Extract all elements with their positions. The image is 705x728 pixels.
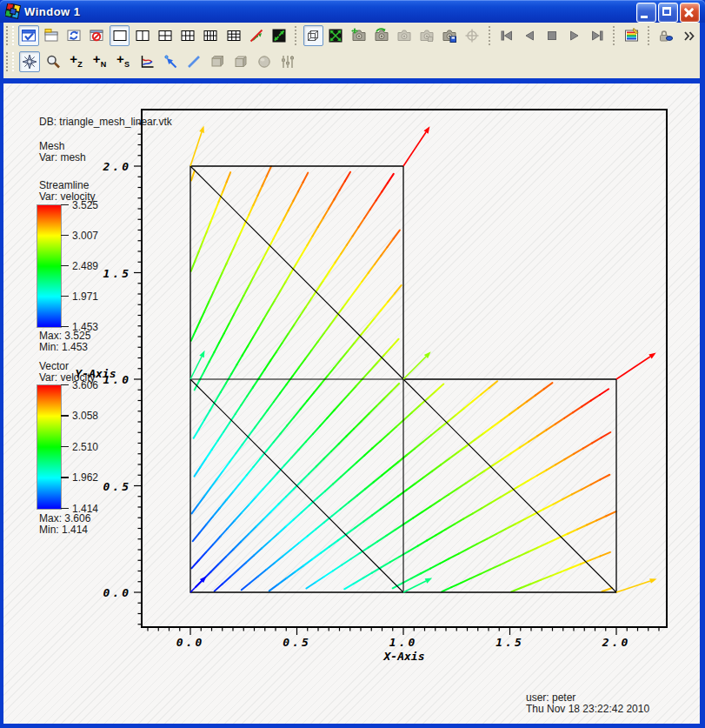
streamline-segment bbox=[502, 453, 510, 459]
timestamp-label: Thu Nov 18 23:22:42 2010 bbox=[526, 704, 649, 715]
streamline-segment bbox=[227, 521, 234, 529]
streamline-segment bbox=[210, 479, 216, 488]
streamline-segment bbox=[257, 186, 262, 196]
vector-glyph-shaft bbox=[616, 581, 650, 592]
layout-2x3-icon bbox=[180, 28, 196, 43]
node-pick-mode-button[interactable]: +N bbox=[90, 51, 110, 72]
tick-dash bbox=[61, 204, 69, 206]
streamline-segment bbox=[233, 484, 240, 491]
streamline-segment bbox=[215, 584, 223, 591]
sphere-tool-icon bbox=[256, 54, 272, 70]
vector-glyph-shaft bbox=[190, 357, 202, 379]
streamline-segment bbox=[306, 583, 315, 589]
layout-1x1-button[interactable] bbox=[110, 25, 130, 46]
play-reverse-button[interactable] bbox=[519, 25, 539, 46]
visualization-viewport[interactable]: 0.00.51.01.52.00.00.51.01.52.0X-AxisY-Ax… bbox=[3, 83, 700, 724]
streamline-segment bbox=[356, 282, 362, 291]
close-button[interactable] bbox=[680, 3, 700, 23]
curve-pick-button[interactable] bbox=[136, 51, 157, 72]
streamline-segment bbox=[467, 439, 476, 445]
crosshair-icon bbox=[464, 28, 480, 43]
pick-button[interactable] bbox=[160, 51, 181, 72]
streamline-segment bbox=[318, 333, 324, 342]
vector-glyph-shaft bbox=[190, 581, 202, 592]
streamline-segment bbox=[242, 584, 249, 591]
streamline-segment bbox=[259, 370, 265, 378]
zoom-z-mode-button[interactable]: +Z bbox=[66, 51, 87, 72]
streamline-segment bbox=[294, 409, 301, 417]
new-window-button[interactable] bbox=[42, 25, 62, 46]
play-button[interactable] bbox=[565, 25, 585, 46]
toolbar-overflow-button[interactable] bbox=[678, 25, 698, 46]
layout-2x3-button[interactable] bbox=[178, 25, 198, 46]
streamline-segment bbox=[246, 556, 254, 563]
active-window-toggle[interactable] bbox=[18, 25, 38, 46]
titlebar[interactable]: Window 1 bbox=[0, 0, 705, 23]
streamline-segment bbox=[456, 408, 464, 415]
streamline-segment bbox=[376, 191, 382, 200]
spin-view-icon bbox=[271, 28, 287, 43]
streamline-segment bbox=[561, 568, 570, 572]
stop-button[interactable] bbox=[542, 25, 562, 46]
streamline-segment bbox=[349, 463, 356, 470]
zone-pick-mode-button[interactable]: +S bbox=[113, 51, 134, 72]
lineout-button[interactable] bbox=[183, 51, 204, 72]
layout-2x4-button[interactable] bbox=[201, 25, 221, 46]
delete-window-button[interactable] bbox=[87, 25, 107, 46]
recycle-window-button[interactable] bbox=[64, 25, 84, 46]
streamline-segment bbox=[340, 181, 345, 190]
zoom-mode-button[interactable] bbox=[43, 51, 63, 72]
streamline-segment bbox=[220, 500, 227, 508]
palette-button[interactable] bbox=[622, 25, 642, 46]
streamline-segment bbox=[284, 458, 291, 465]
streamline-segment bbox=[210, 352, 215, 362]
streamline-segment bbox=[436, 530, 446, 535]
streamline-segment bbox=[395, 285, 402, 293]
streamline-segment bbox=[464, 401, 472, 408]
layout-1x2-button[interactable] bbox=[132, 25, 152, 46]
box-tool-button[interactable] bbox=[207, 51, 228, 72]
save-view-button[interactable] bbox=[440, 25, 460, 46]
move-view-button[interactable] bbox=[349, 25, 369, 46]
reset-view-button[interactable] bbox=[371, 25, 391, 46]
vector-glyph-shaft bbox=[616, 357, 650, 379]
axis-tool-button[interactable] bbox=[277, 51, 298, 72]
lock-view-button[interactable] bbox=[655, 25, 675, 46]
streamline-segment bbox=[200, 458, 206, 467]
minimize-button[interactable] bbox=[636, 3, 656, 23]
streamline-segment bbox=[268, 402, 274, 411]
navigate-mode-button[interactable] bbox=[19, 51, 40, 72]
streamline-segment bbox=[382, 469, 389, 476]
streamline-segment bbox=[386, 530, 395, 536]
disable-spin-button[interactable] bbox=[246, 25, 266, 46]
streamline-segment bbox=[491, 498, 501, 503]
next-frame-button[interactable] bbox=[588, 25, 608, 46]
spin-view-button[interactable] bbox=[269, 25, 289, 46]
streamline-segment bbox=[413, 512, 422, 518]
perspective-button[interactable] bbox=[303, 25, 323, 46]
recenter-view-button[interactable] bbox=[394, 25, 414, 46]
streamline-segment bbox=[291, 543, 299, 550]
streamline-segment bbox=[364, 210, 370, 218]
sphere-tool-button[interactable] bbox=[254, 51, 275, 72]
streamline-segment bbox=[193, 533, 200, 541]
streamline-segment bbox=[398, 490, 407, 496]
prev-frame-button[interactable] bbox=[496, 25, 516, 46]
maximize-button[interactable] bbox=[658, 3, 678, 23]
streamline-segment bbox=[195, 467, 201, 476]
streamline-segment bbox=[449, 452, 458, 458]
streamline-segment bbox=[301, 474, 309, 482]
choose-center-button[interactable] bbox=[462, 25, 482, 46]
streamline-segment bbox=[363, 515, 372, 521]
auto-rotate-button[interactable] bbox=[326, 25, 346, 46]
streamline-segment bbox=[346, 429, 354, 437]
streamline-segment bbox=[330, 316, 336, 324]
streamline-segment bbox=[369, 406, 376, 414]
streamline-segment bbox=[476, 433, 484, 439]
layout-2x2-button[interactable] bbox=[155, 25, 175, 46]
streamline-segment bbox=[525, 514, 535, 519]
undo-view-button[interactable] bbox=[416, 25, 436, 46]
colorbar-tick-label: 3.525 bbox=[61, 199, 98, 210]
plane-tool-button[interactable] bbox=[230, 51, 251, 72]
layout-3x3-button[interactable] bbox=[223, 25, 243, 46]
